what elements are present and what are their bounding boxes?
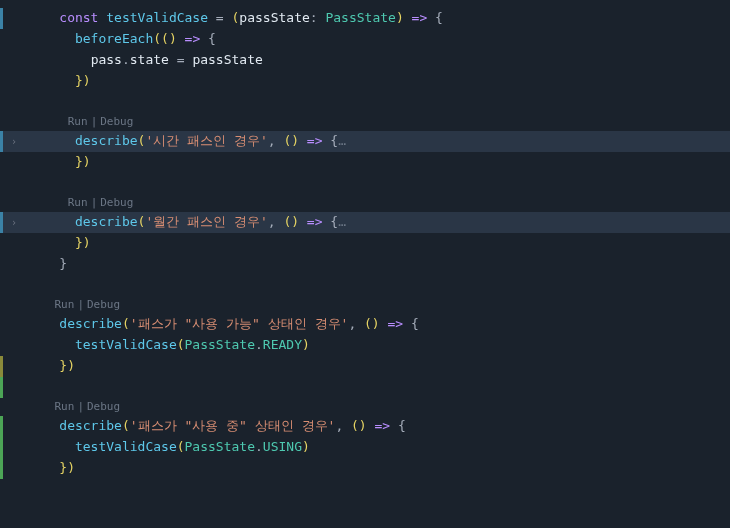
codelens-separator: | [77,398,84,416]
codelens-run[interactable]: Run [55,398,75,416]
code-content[interactable]: describe('시간 패스인 경우', () => {… [24,131,346,152]
codelens-run[interactable]: Run [68,194,88,212]
codelens-debug[interactable]: Debug [100,194,133,212]
code-line-highlighted: › describe('월간 패스인 경우', () => {… [0,212,730,233]
indent [28,73,75,88]
type: PassState [185,439,255,454]
dot: . [255,337,263,352]
indent [28,358,59,373]
code-line-empty [0,92,730,113]
gutter-marker [0,458,3,479]
chevron-right-icon[interactable]: › [11,215,17,231]
fold-indicator[interactable]: … [338,133,346,148]
equals: = [208,10,231,25]
code-content[interactable]: } [24,254,67,275]
gutter[interactable]: › [4,215,24,231]
variable: pass [91,52,122,67]
code-content[interactable]: const testValidCase = (passState: PassSt… [24,8,443,29]
string-literal: '패스가 "사용 중" 상태인 경우' [130,418,336,433]
code-line: }) [0,356,730,377]
codelens-run[interactable]: Run [55,296,75,314]
gutter-marker [0,131,3,152]
comma: , [268,214,284,229]
code-line: describe('패스가 "사용 중" 상태인 경우', () => { [0,416,730,437]
code-content[interactable]: }) [24,71,91,92]
brace-paren: }) [59,460,75,475]
indent [28,196,68,209]
indent [28,256,59,271]
code-content[interactable]: describe('패스가 "사용 중" 상태인 경우', () => { [24,416,406,437]
gutter-marker [0,416,3,437]
code-content[interactable]: }) [24,233,91,254]
brace-paren: }) [59,358,75,373]
gutter-marker [0,356,3,377]
codelens-run[interactable]: Run [68,113,88,131]
indent [28,337,75,352]
function-call: describe [59,418,122,433]
fold-indicator[interactable]: … [338,214,346,229]
code-line: }) [0,458,730,479]
string-literal: '패스가 "사용 가능" 상태인 경우' [130,316,349,331]
comma: , [335,418,351,433]
indent [28,439,75,454]
string-literal: '시간 패스인 경우' [145,133,267,148]
paren: ( [122,418,130,433]
arrow: => [367,418,398,433]
code-content[interactable]: pass.state = passState [24,50,263,71]
comma: , [268,133,284,148]
type: PassState [185,337,255,352]
brace: { [435,10,443,25]
code-content[interactable]: testValidCase(PassState.READY) [24,335,310,356]
string-literal: '월간 패스인 경우' [145,214,267,229]
brace: } [59,256,67,271]
codelens: Run|Debug [0,113,730,131]
function-call: describe [75,133,138,148]
arrow: => [299,214,330,229]
function-call: testValidCase [75,439,177,454]
indent [28,31,75,46]
enum-member: READY [263,337,302,352]
indent [28,133,75,148]
code-content[interactable]: testValidCase(PassState.USING) [24,437,310,458]
code-content[interactable]: }) [24,356,75,377]
property: state [130,52,169,67]
arrow: => [177,31,208,46]
arrow: => [299,133,330,148]
code-line: } [0,254,730,275]
brace-paren: }) [75,73,91,88]
parens: (() [153,31,176,46]
code-content[interactable]: }) [24,152,91,173]
code-line: describe('패스가 "사용 가능" 상태인 경우', () => { [0,314,730,335]
indent [28,460,59,475]
brace: { [330,133,338,148]
code-line-highlighted: › describe('시간 패스인 경우', () => {… [0,131,730,152]
code-content[interactable]: }) [24,458,75,479]
codelens-debug[interactable]: Debug [87,296,120,314]
indent [28,235,75,250]
chevron-right-icon[interactable]: › [11,134,17,150]
code-content[interactable]: describe('월간 패스인 경우', () => {… [24,212,346,233]
codelens: Run|Debug [0,194,730,212]
function-call: testValidCase [75,337,177,352]
brace: { [330,214,338,229]
brace-paren: }) [75,154,91,169]
variable: passState [192,52,262,67]
indent [28,214,75,229]
code-editor: const testValidCase = (passState: PassSt… [0,0,730,479]
code-line: testValidCase(PassState.USING) [0,437,730,458]
gutter-marker [0,8,3,29]
code-content[interactable]: beforeEach(() => { [24,29,216,50]
codelens-separator: | [91,113,98,131]
codelens-debug[interactable]: Debug [87,398,120,416]
paren: ) [302,337,310,352]
code-content[interactable]: describe('패스가 "사용 가능" 상태인 경우', () => { [24,314,419,335]
paren: ( [122,316,130,331]
comma: , [348,316,364,331]
arrow: => [404,10,435,25]
colon: : [310,10,326,25]
codelens-debug[interactable]: Debug [100,113,133,131]
gutter-marker [0,437,3,458]
brace: { [411,316,419,331]
gutter[interactable]: › [4,134,24,150]
keyword-const: const [59,10,98,25]
